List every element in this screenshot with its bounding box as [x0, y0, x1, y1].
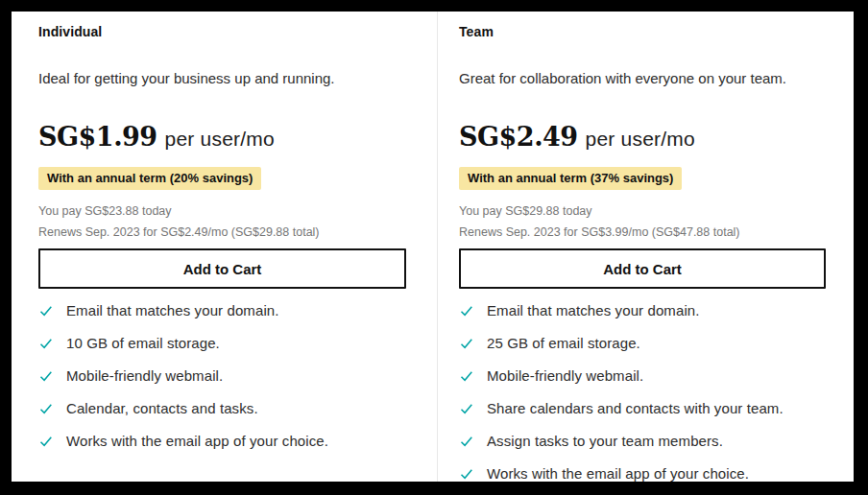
- plan-name: Individual: [38, 23, 406, 41]
- checkmark-icon: [459, 368, 474, 384]
- feature-label: Email that matches your domain.: [66, 301, 279, 320]
- renewal-text: Renews Sep. 2023 for SG$2.49/mo (SG$29.8…: [38, 224, 406, 241]
- feature-list: Email that matches your domain. 10 GB of…: [38, 301, 406, 451]
- feature-item: 10 GB of email storage.: [38, 334, 406, 353]
- feature-item: Assign tasks to your team members.: [459, 432, 826, 451]
- feature-label: Works with the email app of your choice.: [487, 464, 749, 482]
- feature-item: Calendar, contacts and tasks.: [38, 399, 406, 418]
- feature-label: Assign tasks to your team members.: [487, 432, 723, 451]
- plan-card-team: Team Great for collaboration with everyo…: [438, 12, 854, 482]
- feature-label: 25 GB of email storage.: [487, 334, 640, 353]
- feature-item: Mobile-friendly webmail.: [459, 366, 826, 386]
- feature-item: 25 GB of email storage.: [459, 334, 826, 353]
- plan-description: Ideal for getting your business up and r…: [38, 69, 406, 88]
- feature-item: Share calendars and contacts with your t…: [459, 399, 826, 418]
- feature-label: Share calendars and contacts with your t…: [487, 399, 784, 418]
- price-row: SG$1.99 per user/mo: [38, 121, 406, 153]
- feature-item: Works with the email app of your choice.: [38, 432, 406, 451]
- feature-label: Mobile-friendly webmail.: [487, 366, 643, 386]
- feature-label: Calendar, contacts and tasks.: [66, 399, 258, 418]
- feature-label: 10 GB of email storage.: [66, 334, 220, 353]
- renewal-text: Renews Sep. 2023 for SG$3.99/mo (SG$47.8…: [459, 224, 826, 241]
- annual-term-badge: With an annual term (20% savings): [38, 167, 261, 190]
- term-badge-row: With an annual term (37% savings): [459, 167, 826, 190]
- feature-item: Works with the email app of your choice.: [459, 464, 826, 482]
- plan-name: Team: [459, 23, 826, 41]
- feature-list: Email that matches your domain. 25 GB of…: [459, 301, 826, 482]
- price-amount: SG$2.49: [459, 121, 578, 153]
- checkmark-icon: [459, 303, 474, 318]
- checkmark-icon: [38, 303, 54, 318]
- price-unit: per user/mo: [586, 128, 695, 151]
- checkmark-icon: [459, 336, 474, 351]
- feature-label: Email that matches your domain.: [487, 301, 700, 320]
- checkmark-icon: [38, 368, 54, 384]
- feature-item: Mobile-friendly webmail.: [38, 366, 406, 386]
- add-to-cart-button[interactable]: Add to Cart: [38, 248, 406, 289]
- plan-card-individual: Individual Ideal for getting your busine…: [12, 12, 438, 482]
- add-to-cart-button[interactable]: Add to Cart: [459, 248, 826, 289]
- checkmark-icon: [38, 434, 54, 449]
- screenshot-frame: Individual Ideal for getting your busine…: [0, 0, 868, 495]
- price-row: SG$2.49 per user/mo: [459, 121, 826, 153]
- checkmark-icon: [459, 401, 474, 416]
- pricing-panel: Individual Ideal for getting your busine…: [12, 12, 854, 482]
- price-unit: per user/mo: [165, 128, 275, 151]
- feature-label: Mobile-friendly webmail.: [66, 366, 223, 386]
- checkmark-icon: [38, 336, 54, 351]
- annual-term-badge: With an annual term (37% savings): [459, 167, 682, 190]
- term-badge-row: With an annual term (20% savings): [38, 167, 406, 190]
- pay-today-text: You pay SG$29.88 today: [459, 202, 826, 220]
- checkmark-icon: [38, 401, 54, 416]
- feature-label: Works with the email app of your choice.: [66, 432, 328, 451]
- checkmark-icon: [459, 434, 474, 449]
- feature-item: Email that matches your domain.: [459, 301, 826, 320]
- checkmark-icon: [459, 466, 474, 482]
- feature-item: Email that matches your domain.: [38, 301, 406, 320]
- plan-description: Great for collaboration with everyone on…: [459, 69, 826, 88]
- price-amount: SG$1.99: [38, 121, 157, 153]
- pay-today-text: You pay SG$23.88 today: [38, 202, 406, 220]
